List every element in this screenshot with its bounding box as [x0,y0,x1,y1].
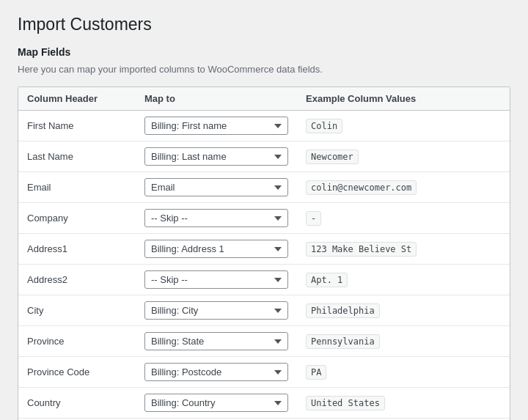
column-header-cell: Company [18,203,136,234]
map-to-cell: -- Skip --Billing: First nameBilling: La… [136,172,297,203]
example-value: United States [306,396,385,410]
map-to-select-7[interactable]: -- Skip --Billing: First nameBilling: La… [144,332,288,350]
example-cell: Newcomer [297,141,510,172]
map-to-cell: -- Skip --Billing: First nameBilling: La… [136,295,297,326]
map-to-select-0[interactable]: -- Skip --Billing: First nameBilling: La… [144,117,288,135]
example-cell: Philadelphia [297,295,510,326]
table-row: Province Code-- Skip --Billing: First na… [18,357,510,388]
column-header-cell: Province Code [18,357,136,388]
table-row: First Name-- Skip --Billing: First nameB… [18,111,510,141]
column-header-cell: Address1 [18,234,136,265]
map-to-select-4[interactable]: -- Skip --Billing: First nameBilling: La… [144,240,288,258]
col-header-column: Column Header [18,87,136,111]
example-value: - [306,211,321,226]
column-header-cell: Address2 [18,265,136,295]
column-header-cell: Last Name [18,141,136,172]
table-row: Country-- Skip --Billing: First nameBill… [18,388,510,419]
example-cell: Apt. 1 [297,265,510,295]
column-header-cell: First Name [18,111,136,141]
map-to-select-2[interactable]: -- Skip --Billing: First nameBilling: La… [144,178,288,196]
table-row: Address2-- Skip --Billing: First nameBil… [18,265,510,295]
map-to-select-5[interactable]: -- Skip --Billing: First nameBilling: La… [144,270,288,289]
description: Here you can map your imported columns t… [18,64,510,75]
map-fields-table: Column Header Map to Example Column Valu… [18,87,510,420]
example-value: 123 Make Believe St [306,242,417,257]
section-title: Map Fields [18,46,510,58]
example-value: Apt. 1 [306,273,348,287]
table-row: Province-- Skip --Billing: First nameBil… [18,326,510,357]
map-to-select-6[interactable]: -- Skip --Billing: First nameBilling: La… [144,301,288,320]
map-to-cell: -- Skip --Billing: First nameBilling: La… [136,234,297,265]
example-cell: colin@cnewcomer.com [297,172,510,203]
example-cell: 123 Make Believe St [297,234,510,265]
example-cell: PA [297,357,510,388]
example-value: Colin [306,119,342,133]
map-fields-table-wrap: Column Header Map to Example Column Valu… [18,86,510,420]
column-header-cell: Email [18,172,136,203]
example-cell: Colin [297,111,510,141]
example-cell: - [297,203,510,234]
column-header-cell: City [18,295,136,326]
col-header-example: Example Column Values [297,87,510,111]
example-value: Newcomer [306,150,359,164]
table-row: Address1-- Skip --Billing: First nameBil… [18,234,510,265]
table-row: City-- Skip --Billing: First nameBilling… [18,295,510,326]
table-row: Last Name-- Skip --Billing: First nameBi… [18,141,510,172]
map-to-select-8[interactable]: -- Skip --Billing: First nameBilling: La… [144,363,288,381]
map-to-select-9[interactable]: -- Skip --Billing: First nameBilling: La… [144,394,288,412]
table-row: Email-- Skip --Billing: First nameBillin… [18,172,510,203]
map-to-select-1[interactable]: -- Skip --Billing: First nameBilling: La… [144,147,288,166]
page-title: Import Customers [18,15,510,34]
example-value: colin@cnewcomer.com [306,180,417,195]
map-to-cell: -- Skip --Billing: First nameBilling: La… [136,388,297,419]
column-header-cell: Province [18,326,136,357]
column-header-cell: Country [18,388,136,419]
map-to-cell: -- Skip --Billing: First nameBilling: La… [136,141,297,172]
map-to-select-3[interactable]: -- Skip --Billing: First nameBilling: La… [144,209,288,227]
example-cell: Pennsylvania [297,326,510,357]
map-to-cell: -- Skip --Billing: First nameBilling: La… [136,326,297,357]
map-to-cell: -- Skip --Billing: First nameBilling: La… [136,111,297,141]
map-to-cell: -- Skip --Billing: First nameBilling: La… [136,265,297,295]
example-cell: United States [297,388,510,419]
col-header-mapto: Map to [136,87,297,111]
example-value: PA [306,365,326,380]
map-to-cell: -- Skip --Billing: First nameBilling: La… [136,357,297,388]
table-row: Company-- Skip --Billing: First nameBill… [18,203,510,234]
map-to-cell: -- Skip --Billing: First nameBilling: La… [136,203,297,234]
table-header-row: Column Header Map to Example Column Valu… [18,87,510,111]
example-value: Pennsylvania [306,334,380,349]
example-value: Philadelphia [306,303,380,318]
